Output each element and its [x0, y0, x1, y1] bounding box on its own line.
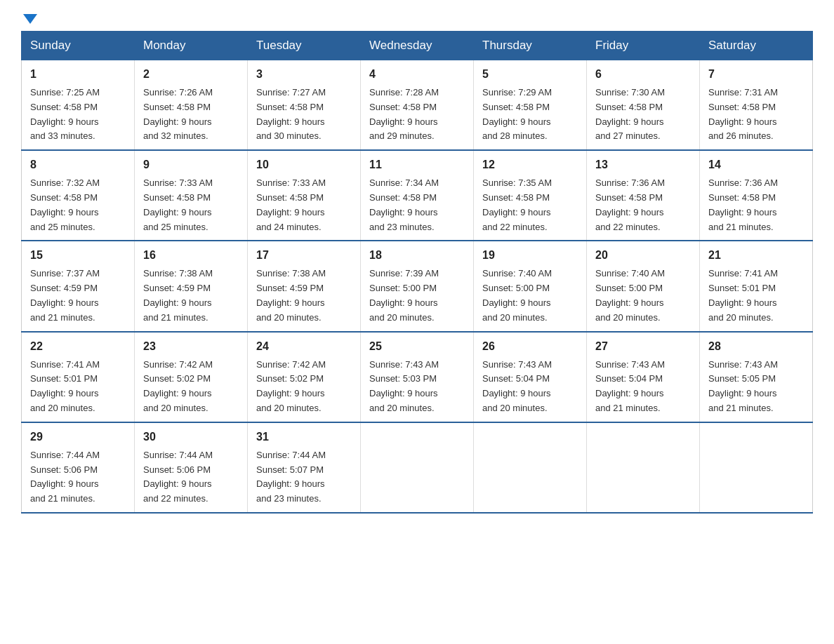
calendar-cell: 7 Sunrise: 7:31 AMSunset: 4:58 PMDayligh…: [700, 60, 813, 151]
calendar-cell: 8 Sunrise: 7:32 AMSunset: 4:58 PMDayligh…: [22, 150, 135, 241]
day-info: Sunrise: 7:34 AMSunset: 4:58 PMDaylight:…: [369, 177, 439, 232]
day-info: Sunrise: 7:41 AMSunset: 5:01 PMDaylight:…: [708, 268, 778, 322]
day-number: 24: [256, 338, 352, 355]
calendar-cell: 31 Sunrise: 7:44 AMSunset: 5:07 PMDaylig…: [248, 422, 361, 513]
weekday-header-thursday: Thursday: [474, 32, 587, 60]
day-info: Sunrise: 7:27 AMSunset: 4:58 PMDaylight:…: [256, 87, 326, 141]
weekday-header-wednesday: Wednesday: [361, 32, 474, 60]
day-number: 29: [30, 429, 126, 445]
day-info: Sunrise: 7:31 AMSunset: 4:58 PMDaylight:…: [708, 87, 778, 141]
weekday-header-saturday: Saturday: [700, 32, 813, 60]
day-info: Sunrise: 7:29 AMSunset: 4:58 PMDaylight:…: [482, 87, 552, 141]
day-info: Sunrise: 7:44 AMSunset: 5:06 PMDaylight:…: [143, 450, 213, 504]
calendar-cell: 10 Sunrise: 7:33 AMSunset: 4:58 PMDaylig…: [248, 150, 361, 241]
calendar-cell: 6 Sunrise: 7:30 AMSunset: 4:58 PMDayligh…: [587, 60, 700, 151]
calendar-cell: 24 Sunrise: 7:42 AMSunset: 5:02 PMDaylig…: [248, 332, 361, 422]
calendar-cell: 12 Sunrise: 7:35 AMSunset: 4:58 PMDaylig…: [474, 150, 587, 241]
calendar-cell: 29 Sunrise: 7:44 AMSunset: 5:06 PMDaylig…: [22, 422, 135, 513]
calendar-week-row-4: 22 Sunrise: 7:41 AMSunset: 5:01 PMDaylig…: [22, 332, 813, 422]
day-number: 25: [369, 338, 465, 355]
day-number: 16: [143, 247, 239, 264]
calendar-cell: 18 Sunrise: 7:39 AMSunset: 5:00 PMDaylig…: [361, 241, 474, 331]
day-number: 10: [256, 156, 352, 173]
calendar-cell: 19 Sunrise: 7:40 AMSunset: 5:00 PMDaylig…: [474, 241, 587, 331]
day-number: 22: [30, 338, 126, 355]
calendar-cell: 27 Sunrise: 7:43 AMSunset: 5:04 PMDaylig…: [587, 332, 700, 422]
day-number: 18: [369, 247, 465, 264]
calendar-cell: 4 Sunrise: 7:28 AMSunset: 4:58 PMDayligh…: [361, 60, 474, 151]
day-number: 6: [595, 66, 691, 83]
calendar-cell: 23 Sunrise: 7:42 AMSunset: 5:02 PMDaylig…: [135, 332, 248, 422]
calendar-cell: [700, 422, 813, 513]
calendar-cell: [587, 422, 700, 513]
calendar-cell: [361, 422, 474, 513]
calendar-cell: 1 Sunrise: 7:25 AMSunset: 4:58 PMDayligh…: [22, 60, 135, 151]
day-number: 23: [143, 338, 239, 355]
day-info: Sunrise: 7:32 AMSunset: 4:58 PMDaylight:…: [30, 177, 100, 232]
calendar-cell: 20 Sunrise: 7:40 AMSunset: 5:00 PMDaylig…: [587, 241, 700, 331]
weekday-header-friday: Friday: [587, 32, 700, 60]
day-info: Sunrise: 7:35 AMSunset: 4:58 PMDaylight:…: [482, 177, 552, 232]
day-info: Sunrise: 7:39 AMSunset: 5:00 PMDaylight:…: [369, 268, 439, 322]
day-number: 13: [595, 156, 691, 173]
day-number: 26: [482, 338, 578, 355]
calendar-cell: 26 Sunrise: 7:43 AMSunset: 5:04 PMDaylig…: [474, 332, 587, 422]
day-number: 5: [482, 66, 578, 83]
calendar-week-row-1: 1 Sunrise: 7:25 AMSunset: 4:58 PMDayligh…: [22, 60, 813, 151]
day-info: Sunrise: 7:44 AMSunset: 5:06 PMDaylight:…: [30, 450, 100, 504]
calendar-cell: 25 Sunrise: 7:43 AMSunset: 5:03 PMDaylig…: [361, 332, 474, 422]
calendar-cell: 9 Sunrise: 7:33 AMSunset: 4:58 PMDayligh…: [135, 150, 248, 241]
calendar-cell: 15 Sunrise: 7:37 AMSunset: 4:59 PMDaylig…: [22, 241, 135, 331]
calendar-cell: 22 Sunrise: 7:41 AMSunset: 5:01 PMDaylig…: [22, 332, 135, 422]
calendar-cell: 11 Sunrise: 7:34 AMSunset: 4:58 PMDaylig…: [361, 150, 474, 241]
calendar-week-row-3: 15 Sunrise: 7:37 AMSunset: 4:59 PMDaylig…: [22, 241, 813, 331]
calendar-table: SundayMondayTuesdayWednesdayThursdayFrid…: [21, 31, 813, 514]
day-number: 31: [256, 429, 352, 445]
day-number: 4: [369, 66, 465, 83]
logo-triangle-icon: [23, 14, 37, 24]
day-number: 1: [30, 66, 126, 83]
calendar-cell: 2 Sunrise: 7:26 AMSunset: 4:58 PMDayligh…: [135, 60, 248, 151]
calendar-cell: 17 Sunrise: 7:38 AMSunset: 4:59 PMDaylig…: [248, 241, 361, 331]
day-number: 15: [30, 247, 126, 264]
day-info: Sunrise: 7:38 AMSunset: 4:59 PMDaylight:…: [256, 268, 326, 322]
day-info: Sunrise: 7:36 AMSunset: 4:58 PMDaylight:…: [708, 177, 778, 232]
calendar-week-row-2: 8 Sunrise: 7:32 AMSunset: 4:58 PMDayligh…: [22, 150, 813, 241]
day-info: Sunrise: 7:33 AMSunset: 4:58 PMDaylight:…: [256, 177, 326, 232]
day-info: Sunrise: 7:40 AMSunset: 5:00 PMDaylight:…: [595, 268, 665, 322]
calendar-cell: [474, 422, 587, 513]
calendar-cell: 3 Sunrise: 7:27 AMSunset: 4:58 PMDayligh…: [248, 60, 361, 151]
day-number: 20: [595, 247, 691, 264]
day-info: Sunrise: 7:42 AMSunset: 5:02 PMDaylight:…: [256, 359, 326, 413]
day-info: Sunrise: 7:43 AMSunset: 5:03 PMDaylight:…: [369, 359, 439, 413]
calendar-cell: 14 Sunrise: 7:36 AMSunset: 4:58 PMDaylig…: [700, 150, 813, 241]
day-info: Sunrise: 7:30 AMSunset: 4:58 PMDaylight:…: [595, 87, 665, 141]
day-info: Sunrise: 7:37 AMSunset: 4:59 PMDaylight:…: [30, 268, 100, 322]
calendar-cell: 28 Sunrise: 7:43 AMSunset: 5:05 PMDaylig…: [700, 332, 813, 422]
day-info: Sunrise: 7:36 AMSunset: 4:58 PMDaylight:…: [595, 177, 665, 232]
day-info: Sunrise: 7:44 AMSunset: 5:07 PMDaylight:…: [256, 450, 326, 504]
day-number: 30: [143, 429, 239, 445]
day-number: 19: [482, 247, 578, 264]
day-number: 12: [482, 156, 578, 173]
day-number: 21: [708, 247, 804, 264]
day-number: 9: [143, 156, 239, 173]
calendar-cell: 5 Sunrise: 7:29 AMSunset: 4:58 PMDayligh…: [474, 60, 587, 151]
day-number: 14: [708, 156, 804, 173]
day-info: Sunrise: 7:28 AMSunset: 4:58 PMDaylight:…: [369, 87, 439, 141]
day-number: 11: [369, 156, 465, 173]
calendar-week-row-5: 29 Sunrise: 7:44 AMSunset: 5:06 PMDaylig…: [22, 422, 813, 513]
day-number: 28: [708, 338, 804, 355]
day-info: Sunrise: 7:38 AMSunset: 4:59 PMDaylight:…: [143, 268, 213, 322]
day-number: 7: [708, 66, 804, 83]
day-info: Sunrise: 7:42 AMSunset: 5:02 PMDaylight:…: [143, 359, 213, 413]
calendar-cell: 30 Sunrise: 7:44 AMSunset: 5:06 PMDaylig…: [135, 422, 248, 513]
weekday-header-tuesday: Tuesday: [248, 32, 361, 60]
day-info: Sunrise: 7:43 AMSunset: 5:04 PMDaylight:…: [595, 359, 665, 413]
calendar-cell: 21 Sunrise: 7:41 AMSunset: 5:01 PMDaylig…: [700, 241, 813, 331]
day-info: Sunrise: 7:33 AMSunset: 4:58 PMDaylight:…: [143, 177, 213, 232]
calendar-cell: 13 Sunrise: 7:36 AMSunset: 4:58 PMDaylig…: [587, 150, 700, 241]
day-info: Sunrise: 7:26 AMSunset: 4:58 PMDaylight:…: [143, 87, 213, 141]
day-info: Sunrise: 7:43 AMSunset: 5:05 PMDaylight:…: [708, 359, 778, 413]
weekday-header-row: SundayMondayTuesdayWednesdayThursdayFrid…: [22, 32, 813, 60]
